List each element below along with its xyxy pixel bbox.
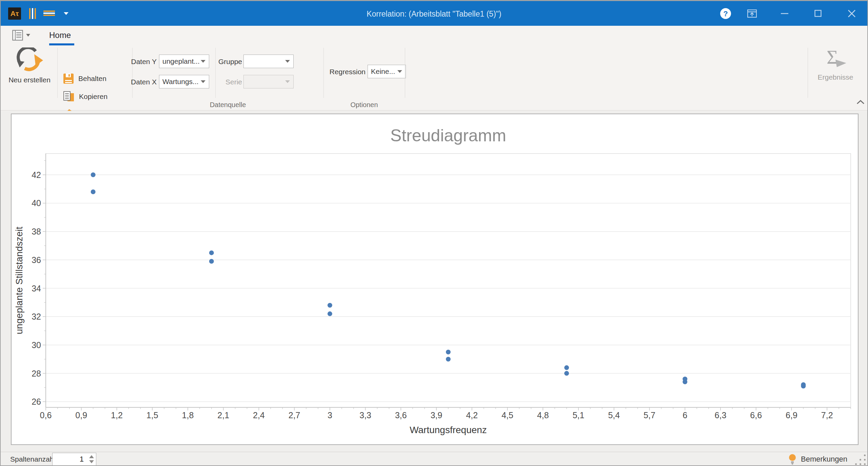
- svg-text:?: ?: [723, 9, 728, 18]
- maximize-button[interactable]: [808, 1, 827, 26]
- separator: [405, 48, 405, 98]
- help-button[interactable]: ?: [715, 1, 736, 26]
- data-point[interactable]: [209, 250, 214, 255]
- serie-label: Serie: [214, 78, 242, 86]
- chart-title: Streudiagramm: [390, 126, 506, 145]
- x-tick-label: 6,3: [715, 410, 727, 420]
- x-tick-label: 6,9: [786, 410, 797, 420]
- lightbulb-icon: [788, 454, 797, 465]
- help-icon: ?: [720, 8, 731, 19]
- chevron-down-icon: [397, 70, 402, 73]
- save-icon: [63, 73, 74, 84]
- data-point[interactable]: [328, 311, 332, 316]
- x-tick-label: 1,8: [182, 410, 194, 420]
- ribbon-collapse-chevron[interactable]: [856, 100, 865, 106]
- y-tick-label: 40: [32, 198, 41, 208]
- chevron-up-icon: [856, 100, 865, 104]
- daten-y-dropdown[interactable]: ungeplant...: [159, 55, 209, 68]
- bemerkungen-label: Bemerkungen: [801, 455, 847, 464]
- resize-grip[interactable]: [854, 454, 866, 465]
- y-tick-label: 32: [32, 312, 41, 321]
- application-window: Aτ Korrelation: (Arbeitsblatt "Tabelle1 …: [0, 0, 868, 466]
- refresh-icon: [15, 47, 44, 71]
- x-tick-label: 3,6: [395, 410, 407, 420]
- group-label-datenquelle: Datenquelle: [132, 101, 323, 109]
- data-point[interactable]: [328, 303, 332, 308]
- neu-erstellen-button[interactable]: Neu erstellen: [5, 47, 54, 84]
- regression-label: Regression: [325, 68, 366, 76]
- spinner-buttons[interactable]: [87, 453, 96, 465]
- spaltenanzahl-label: Spaltenanzahl: [10, 452, 55, 466]
- separator: [215, 48, 216, 98]
- collapse-ribbon-icon: [747, 9, 757, 18]
- chevron-down-icon: [201, 60, 205, 63]
- x-tick-label: 2,1: [217, 410, 229, 420]
- data-point[interactable]: [564, 371, 569, 376]
- daten-x-dropdown[interactable]: Wartungs...: [159, 75, 209, 88]
- close-button[interactable]: [842, 1, 861, 26]
- x-tick-label: 1,2: [111, 410, 123, 420]
- kopieren-button[interactable]: Kopieren: [63, 91, 107, 102]
- x-tick-label: 0,6: [40, 410, 52, 420]
- y-tick-label: 30: [32, 340, 41, 350]
- serie-dropdown: [243, 75, 294, 88]
- data-point[interactable]: [446, 350, 451, 354]
- regression-value: Keine...: [368, 67, 397, 76]
- regression-dropdown[interactable]: Keine...: [368, 65, 406, 78]
- neu-erstellen-label: Neu erstellen: [5, 76, 54, 84]
- copy-icon: [63, 91, 75, 102]
- data-point[interactable]: [446, 357, 451, 362]
- bemerkungen-button[interactable]: Bemerkungen: [788, 452, 847, 466]
- y-tick-label: 36: [32, 255, 41, 265]
- data-point[interactable]: [683, 380, 687, 384]
- x-tick-label: 2,4: [253, 410, 265, 420]
- x-tick-label: 6,6: [750, 410, 762, 420]
- data-point[interactable]: [564, 365, 569, 370]
- minimize-icon: [781, 13, 788, 15]
- daten-y-value: ungeplant...: [159, 57, 201, 65]
- minimize-button[interactable]: [775, 1, 794, 26]
- chevron-down-icon: [26, 34, 30, 37]
- x-tick-label: 3,9: [431, 410, 442, 420]
- x-tick-label: 2,7: [289, 410, 300, 420]
- x-tick-label: 1,5: [146, 410, 158, 420]
- window-title: Korrelation: (Arbeitsblatt "Tabelle1 (5)…: [1, 1, 867, 26]
- data-point[interactable]: [91, 189, 96, 194]
- x-tick-label: 5,7: [644, 410, 655, 420]
- svg-text:Σ: Σ: [827, 47, 838, 68]
- plot-border: [46, 154, 851, 407]
- spaltenanzahl-spinner[interactable]: 1: [52, 453, 96, 466]
- content-area: 2628303234363840420,60,91,21,51,82,12,42…: [1, 111, 867, 452]
- close-icon: [848, 10, 855, 17]
- x-tick-label: 3: [328, 410, 332, 420]
- collapse-ribbon-button[interactable]: [743, 1, 762, 26]
- group-label-optionen: Optionen: [323, 101, 405, 109]
- data-point[interactable]: [801, 384, 806, 388]
- scatter-plot: 2628303234363840420,60,91,21,51,82,12,42…: [11, 114, 859, 445]
- gruppe-label: Gruppe: [214, 58, 242, 66]
- x-axis-title: Wartungsfrequenz: [410, 425, 487, 435]
- y-tick-label: 26: [32, 397, 41, 406]
- tab-home[interactable]: Home: [49, 31, 71, 40]
- x-tick-label: 4,5: [501, 410, 513, 420]
- report-menu-button[interactable]: [12, 30, 30, 41]
- x-tick-label: 6: [683, 410, 687, 420]
- y-tick-label: 34: [32, 284, 41, 293]
- gruppe-dropdown[interactable]: [243, 55, 294, 68]
- behalten-button[interactable]: Behalten: [63, 73, 106, 84]
- data-point[interactable]: [209, 259, 214, 264]
- ergebnisse-label: Ergebnisse: [812, 73, 859, 81]
- daten-x-label: Daten X: [126, 78, 157, 86]
- separator: [132, 48, 133, 98]
- data-point[interactable]: [91, 173, 96, 177]
- y-axis-title: ungeplante Stillstandszeit: [14, 227, 24, 335]
- title-bar: Aτ Korrelation: (Arbeitsblatt "Tabelle1 …: [1, 1, 867, 26]
- spin-up-icon[interactable]: [89, 455, 94, 458]
- x-tick-label: 5,1: [573, 410, 585, 420]
- kopieren-label: Kopieren: [79, 93, 107, 101]
- spin-down-icon[interactable]: [89, 460, 94, 463]
- x-tick-label: 4,2: [466, 410, 478, 420]
- behalten-label: Behalten: [78, 75, 106, 83]
- x-tick-label: 4,8: [537, 410, 549, 420]
- sigma-results-icon: Σ: [822, 47, 849, 69]
